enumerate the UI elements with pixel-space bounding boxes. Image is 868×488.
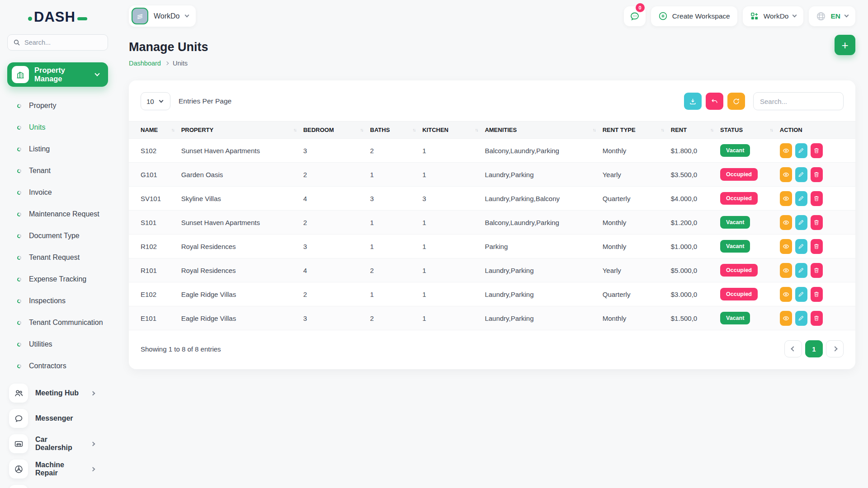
view-button[interactable]: [780, 263, 792, 278]
sidebar-item-tenant[interactable]: Tenant: [7, 160, 108, 182]
sidebar-search[interactable]: [7, 34, 108, 51]
view-button[interactable]: [780, 239, 792, 254]
create-workspace-button[interactable]: Create Workspace: [651, 6, 737, 26]
trash-icon: [813, 147, 820, 154]
table-search-input[interactable]: [753, 92, 844, 110]
view-button[interactable]: [780, 143, 792, 158]
language-selector[interactable]: EN: [809, 6, 855, 26]
view-button[interactable]: [780, 215, 792, 230]
delete-button[interactable]: [811, 239, 823, 254]
delete-button[interactable]: [811, 143, 823, 158]
trash-icon: [813, 243, 820, 249]
sort-icon[interactable]: ↑↓: [412, 127, 415, 132]
status-badge: Occupied: [720, 192, 758, 205]
cell-amenities: Laundry,Parking: [485, 258, 602, 282]
column-header-bedroom[interactable]: BEDROOM↑↓: [303, 122, 370, 139]
sidebar-item-listing[interactable]: Listing: [7, 138, 108, 160]
column-header-name[interactable]: NAME↑↓: [129, 122, 181, 139]
circle-bullet-icon: [17, 255, 22, 260]
sort-icon[interactable]: ↑↓: [475, 127, 477, 132]
view-button[interactable]: [780, 191, 792, 206]
units-table-card: 10 Entries Per Page: [129, 80, 855, 369]
edit-button[interactable]: [795, 311, 807, 326]
sidebar-search-input[interactable]: [24, 39, 102, 46]
column-header-kitchen[interactable]: KITCHEN↑↓: [422, 122, 485, 139]
pagination-prev-button[interactable]: [784, 340, 802, 357]
pagination-page-1-button[interactable]: 1: [805, 340, 823, 357]
cell-baths: 1: [370, 282, 423, 306]
sidebar-module-car-dealership[interactable]: Car Dealership: [7, 431, 108, 456]
view-button[interactable]: [780, 287, 792, 302]
pagination-next-button[interactable]: [826, 340, 844, 357]
column-header-rent-type[interactable]: RENT TYPE↑↓: [603, 122, 671, 139]
sidebar-item-maintenance-request[interactable]: Maintenance Request: [7, 203, 108, 225]
cell-baths: 1: [370, 235, 423, 258]
table-row-e102: E102Eagle Ridge Villas211Laundry,Parking…: [129, 282, 855, 306]
sidebar-item-tenant-request[interactable]: Tenant Request: [7, 247, 108, 268]
sort-icon[interactable]: ↑↓: [770, 127, 773, 132]
sort-icon[interactable]: ↑↓: [661, 127, 664, 132]
sidebar-module-meeting-hub[interactable]: Meeting Hub: [7, 380, 108, 406]
view-button[interactable]: [780, 167, 792, 182]
cell-name: E101: [129, 306, 181, 330]
delete-button[interactable]: [811, 287, 823, 302]
entries-per-page-select[interactable]: 10: [141, 92, 170, 110]
sidebar-item-inspections[interactable]: Inspections: [7, 290, 108, 312]
cell-rent: $4.000,0: [671, 187, 720, 211]
sidebar-module-helpdesk[interactable]: Helpdesk: [7, 482, 108, 488]
edit-button[interactable]: [795, 239, 807, 254]
sort-icon[interactable]: ↑↓: [360, 127, 363, 132]
delete-button[interactable]: [811, 215, 823, 230]
delete-button[interactable]: [811, 311, 823, 326]
column-header-status[interactable]: STATUS↑↓: [720, 122, 780, 139]
edit-button[interactable]: [795, 143, 807, 158]
refresh-button[interactable]: [727, 93, 745, 110]
undo-button[interactable]: [706, 93, 723, 110]
column-header-property[interactable]: PROPERTY↑↓: [181, 122, 303, 139]
delete-button[interactable]: [811, 167, 823, 182]
entries-per-page-label: Entries Per Page: [179, 97, 231, 105]
sidebar-item-utilities[interactable]: Utilities: [7, 333, 108, 355]
table-toolbar: 10 Entries Per Page: [129, 80, 855, 121]
cell-rent-type: Monthly: [603, 139, 671, 163]
sidebar-module-messenger[interactable]: Messenger: [7, 406, 108, 431]
workdo-app-menu[interactable]: WorkDo: [743, 6, 804, 26]
edit-button[interactable]: [795, 215, 807, 230]
workspace-selector[interactable]: WorkDo: [129, 5, 196, 27]
sidebar-item-document-type[interactable]: Document Type: [7, 225, 108, 247]
column-header-baths[interactable]: BATHS↑↓: [370, 122, 423, 139]
edit-button[interactable]: [795, 191, 807, 206]
sidebar-item-tenant-communication[interactable]: Tenant Communication: [7, 312, 108, 333]
cell-rent-type: Yearly: [603, 258, 671, 282]
column-header-rent[interactable]: RENT↑↓: [671, 122, 720, 139]
edit-button[interactable]: [795, 287, 807, 302]
circle-bullet-icon: [17, 233, 22, 239]
add-unit-button[interactable]: +: [835, 35, 855, 55]
messages-button[interactable]: 0: [624, 6, 646, 26]
sidebar-item-units[interactable]: Units: [7, 117, 108, 138]
view-button[interactable]: [780, 311, 792, 326]
column-header-amenities[interactable]: AMENITIES↑↓: [485, 122, 602, 139]
sort-icon[interactable]: ↑↓: [710, 127, 713, 132]
workspace-avatar: [132, 8, 148, 24]
breadcrumb-dashboard-link[interactable]: Dashboard: [129, 60, 161, 67]
sidebar-item-property[interactable]: Property: [7, 95, 108, 117]
cell-amenities: Laundry,Parking,Balcony: [485, 187, 602, 211]
delete-button[interactable]: [811, 263, 823, 278]
sidebar-module-property-manage[interactable]: Property Manage: [7, 62, 108, 87]
edit-button[interactable]: [795, 167, 807, 182]
sort-icon[interactable]: ↑↓: [593, 127, 595, 132]
cell-rent: $5.000,0: [671, 258, 720, 282]
sort-icon[interactable]: ↑↓: [171, 127, 174, 132]
sidebar-item-expense-tracking[interactable]: Expense Tracking: [7, 268, 108, 290]
sort-icon[interactable]: ↑↓: [293, 127, 296, 132]
cell-kitchen: 1: [422, 235, 485, 258]
circle-bullet-icon: [17, 190, 22, 195]
delete-button[interactable]: [811, 191, 823, 206]
export-download-button[interactable]: [684, 93, 702, 110]
pencil-icon: [798, 267, 804, 273]
sidebar-item-contractors[interactable]: Contractors: [7, 355, 108, 377]
sidebar-item-invoice[interactable]: Invoice: [7, 182, 108, 203]
sidebar-module-machine-repair[interactable]: Machine Repair: [7, 456, 108, 482]
edit-button[interactable]: [795, 263, 807, 278]
